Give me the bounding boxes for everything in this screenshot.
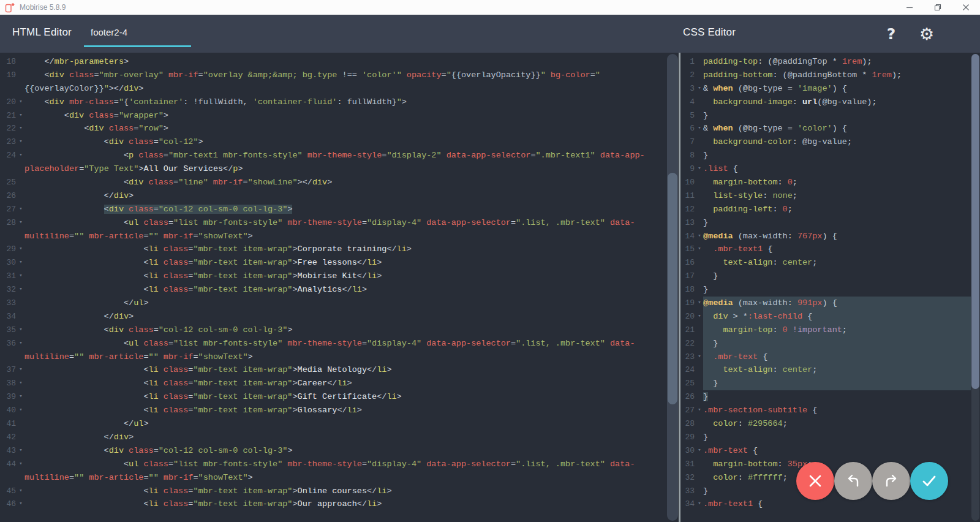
fold-arrow-icon[interactable]: ▾ xyxy=(17,149,24,162)
fold-arrow-icon[interactable]: ▾ xyxy=(696,297,703,310)
code-line[interactable]: 29▾<li class="mbr-text item-wrap">Corpor… xyxy=(0,243,667,256)
fold-arrow-icon[interactable]: ▾ xyxy=(17,135,24,149)
css-editor-scrollbar[interactable] xyxy=(971,54,979,521)
code-line[interactable]: 25<div class="line" mbr-if="showLine"></… xyxy=(0,176,667,189)
code-line[interactable]: 30▾.mbr-text { xyxy=(681,444,971,458)
css-scrollbar-thumb[interactable] xyxy=(971,54,979,389)
code-line[interactable]: 15▾.mbr-text1 { xyxy=(681,243,971,256)
fold-arrow-icon[interactable]: ▾ xyxy=(696,162,703,176)
code-line[interactable]: 37▾<li class="mbr-text item-wrap">Media … xyxy=(0,363,667,377)
code-line[interactable]: 40▾<li class="mbr-text item-wrap">Glossa… xyxy=(0,404,667,417)
code-line[interactable]: 20▾<div mbr-class="{'container': !fullWi… xyxy=(0,96,667,109)
fold-arrow-icon[interactable]: ▾ xyxy=(696,243,703,256)
code-line[interactable]: 18} xyxy=(681,283,971,297)
html-scrollbar-thumb[interactable] xyxy=(668,173,677,404)
code-line[interactable]: 34</div> xyxy=(0,310,667,323)
html-editor-scrollbar[interactable] xyxy=(667,54,678,521)
help-button[interactable]: ? xyxy=(880,22,903,45)
fold-arrow-icon[interactable]: ▾ xyxy=(17,283,24,297)
code-line[interactable]: 6▾& when (@bg-type = 'color') { xyxy=(681,122,971,135)
fold-arrow-icon[interactable]: ▾ xyxy=(696,82,703,96)
code-line[interactable]: 16text-align: center; xyxy=(681,256,971,270)
fold-arrow-icon[interactable]: ▾ xyxy=(17,96,24,109)
fold-arrow-icon[interactable]: ▾ xyxy=(696,404,703,417)
code-line[interactable]: 20▾div > *:last-child { xyxy=(681,310,971,323)
html-code-editor[interactable]: 18</mbr-parameters>19<div class="mbr-ove… xyxy=(0,53,667,522)
code-line[interactable]: 28▾<ul class="list mbr-fonts-style" mbr-… xyxy=(0,216,667,230)
code-line[interactable]: 9▾.list { xyxy=(681,162,971,176)
code-line[interactable]: 42</div> xyxy=(0,431,667,444)
code-line[interactable]: 7background-color: @bg-value; xyxy=(681,135,971,149)
maximize-button[interactable] xyxy=(924,0,952,15)
fold-arrow-icon[interactable]: ▾ xyxy=(17,458,24,471)
fold-arrow-icon[interactable]: ▾ xyxy=(17,323,24,337)
code-line[interactable]: 27▾<div class="col-12 col-sm-0 col-lg-3"… xyxy=(0,203,667,216)
fold-arrow-icon[interactable]: ▾ xyxy=(17,216,24,230)
code-line[interactable]: 32▾<li class="mbr-text item-wrap">Analyt… xyxy=(0,283,667,297)
fold-arrow-icon[interactable]: ▾ xyxy=(17,337,24,350)
code-line[interactable]: 22} xyxy=(681,337,971,350)
minimize-button[interactable] xyxy=(895,0,924,15)
code-line[interactable]: 44▾<ul class="list mbr-fonts-style" mbr-… xyxy=(0,458,667,471)
code-line[interactable]: 21margin-top: 0 !important; xyxy=(681,323,971,337)
code-line[interactable]: 29} xyxy=(681,431,971,444)
fold-arrow-icon[interactable]: ▾ xyxy=(17,363,24,377)
code-line[interactable]: 8} xyxy=(681,149,971,162)
fold-arrow-icon[interactable]: ▾ xyxy=(696,230,703,243)
code-line[interactable]: 46▾<li class="mbr-text item-wrap">Our ap… xyxy=(0,497,667,511)
code-line[interactable]: 11list-style: none; xyxy=(681,189,971,203)
code-line[interactable]: 28color: #295664; xyxy=(681,417,971,431)
fold-arrow-icon[interactable]: ▾ xyxy=(696,122,703,135)
fold-arrow-icon[interactable]: ▾ xyxy=(17,243,24,256)
code-line[interactable]: 45▾<li class="mbr-text item-wrap">Online… xyxy=(0,485,667,498)
close-window-button[interactable] xyxy=(952,0,980,15)
code-line[interactable]: 19<div class="mbr-overlay" mbr-if="overl… xyxy=(0,69,667,82)
css-code-editor[interactable]: 1padding-top: (@paddingTop * 1rem);2padd… xyxy=(681,53,971,522)
undo-button[interactable] xyxy=(834,462,872,500)
settings-button[interactable]: ⚙ xyxy=(915,22,938,45)
code-line[interactable]: 23▾.mbr-text { xyxy=(681,350,971,364)
code-line[interactable]: 24text-align: center; xyxy=(681,363,971,377)
redo-button[interactable] xyxy=(872,462,910,500)
code-line[interactable]: 25} xyxy=(681,377,971,390)
code-line[interactable]: multiline="" mbr-article="" mbr-if="show… xyxy=(0,230,667,243)
code-line[interactable]: 27▾.mbr-section-subtitle { xyxy=(681,404,971,417)
code-line[interactable]: 43▾<div class="col-12 col-sm-0 col-lg-3"… xyxy=(0,444,667,458)
code-line[interactable]: 3▾& when (@bg-type = 'image') { xyxy=(681,82,971,96)
code-line[interactable]: 5} xyxy=(681,109,971,123)
code-line[interactable]: 24▾<p class="mbr-text1 mbr-fonts-style" … xyxy=(0,149,667,162)
block-name-tab[interactable]: footer2-4 xyxy=(91,27,127,37)
code-line[interactable]: {{overlayColor}}"></div> xyxy=(0,82,667,96)
fold-arrow-icon[interactable]: ▾ xyxy=(696,497,703,511)
code-line[interactable]: 1padding-top: (@paddingTop * 1rem); xyxy=(681,55,971,69)
code-line[interactable]: 12padding-left: 0; xyxy=(681,203,971,216)
code-line[interactable]: 19▾@media (max-width: 991px) { xyxy=(681,297,971,310)
code-line[interactable]: 35▾<div class="col-12 col-sm-0 col-lg-3"… xyxy=(0,323,667,337)
fold-arrow-icon[interactable]: ▾ xyxy=(17,270,24,283)
fold-arrow-icon[interactable]: ▾ xyxy=(696,350,703,364)
code-line[interactable]: 18</mbr-parameters> xyxy=(0,55,667,69)
code-line[interactable]: 30▾<li class="mbr-text item-wrap">Free l… xyxy=(0,256,667,270)
code-line[interactable]: 31▾<li class="mbr-text item-wrap">Mobiri… xyxy=(0,270,667,283)
fold-arrow-icon[interactable]: ▾ xyxy=(17,122,24,135)
code-line[interactable]: 13} xyxy=(681,216,971,230)
code-line[interactable]: 41</ul> xyxy=(0,417,667,431)
fold-arrow-icon[interactable]: ▾ xyxy=(696,444,703,458)
code-line[interactable]: multiline="" mbr-article="" mbr-if="show… xyxy=(0,350,667,364)
code-line[interactable]: multiline="" mbr-article="" mbr-if="show… xyxy=(0,471,667,485)
fold-arrow-icon[interactable]: ▾ xyxy=(17,390,24,404)
code-line[interactable]: 39▾<li class="mbr-text item-wrap">Gift C… xyxy=(0,390,667,404)
fold-arrow-icon[interactable]: ▾ xyxy=(696,310,703,323)
code-line[interactable]: 26</div> xyxy=(0,189,667,203)
fold-arrow-icon[interactable]: ▾ xyxy=(17,404,24,417)
code-line[interactable]: 17} xyxy=(681,270,971,283)
code-line[interactable]: 2padding-bottom: (@paddingBottom * 1rem)… xyxy=(681,69,971,82)
code-line[interactable]: 33</ul> xyxy=(0,297,667,310)
fold-arrow-icon[interactable]: ▾ xyxy=(17,256,24,270)
code-line[interactable]: 38▾<li class="mbr-text item-wrap">Career… xyxy=(0,377,667,390)
fold-arrow-icon[interactable]: ▾ xyxy=(17,109,24,123)
code-line[interactable]: placeholder="Type Text">All Our Services… xyxy=(0,162,667,176)
code-line[interactable]: 22▾<div class="row"> xyxy=(0,122,667,135)
fold-arrow-icon[interactable]: ▾ xyxy=(17,444,24,458)
code-line[interactable]: 14▾@media (max-width: 767px) { xyxy=(681,230,971,243)
